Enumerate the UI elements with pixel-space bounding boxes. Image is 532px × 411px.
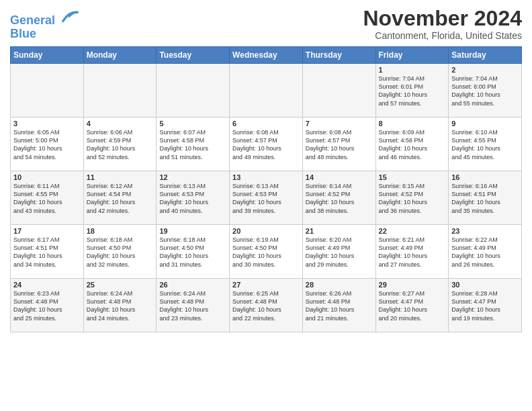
- day-info: Sunrise: 6:28 AM Sunset: 4:47 PM Dayligh…: [451, 289, 519, 322]
- calendar-body: 1Sunrise: 7:04 AM Sunset: 6:01 PM Daylig…: [11, 64, 522, 332]
- day-info: Sunrise: 6:16 AM Sunset: 4:51 PM Dayligh…: [451, 182, 519, 215]
- day-number: 4: [87, 120, 154, 128]
- day-info: Sunrise: 6:08 AM Sunset: 4:57 PM Dayligh…: [232, 128, 300, 161]
- calendar-cell-3-3: 20Sunrise: 6:19 AM Sunset: 4:50 PM Dayli…: [230, 225, 303, 279]
- page-container: General Blue November 2024 Cantonment, F…: [0, 0, 532, 339]
- calendar-cell-0-1: [83, 64, 157, 118]
- day-number: 26: [159, 281, 226, 289]
- day-number: 12: [159, 173, 226, 181]
- day-number: 18: [87, 227, 154, 235]
- logo-blue-text: Blue: [10, 28, 79, 41]
- day-number: 5: [159, 120, 226, 128]
- day-info: Sunrise: 6:11 AM Sunset: 4:55 PM Dayligh…: [13, 182, 81, 215]
- day-number: 28: [306, 281, 373, 289]
- day-info: Sunrise: 6:20 AM Sunset: 4:49 PM Dayligh…: [306, 236, 373, 269]
- day-number: 3: [13, 120, 81, 128]
- day-info: Sunrise: 7:04 AM Sunset: 6:01 PM Dayligh…: [379, 75, 446, 107]
- weekday-header-row: SundayMondayTuesdayWednesdayThursdayFrid…: [11, 47, 522, 64]
- calendar-cell-2-0: 10Sunrise: 6:11 AM Sunset: 4:55 PM Dayli…: [11, 171, 84, 225]
- calendar-cell-4-5: 29Sunrise: 6:27 AM Sunset: 4:47 PM Dayli…: [375, 279, 449, 332]
- calendar-cell-0-0: [11, 64, 84, 118]
- day-number: 17: [13, 227, 81, 235]
- calendar-cell-3-2: 19Sunrise: 6:18 AM Sunset: 4:50 PM Dayli…: [157, 225, 230, 279]
- title-block: November 2024 Cantonment, Florida, Unite…: [363, 7, 522, 41]
- day-number: 10: [13, 173, 81, 181]
- day-info: Sunrise: 6:09 AM Sunset: 4:56 PM Dayligh…: [379, 128, 446, 161]
- calendar-week-row-4: 24Sunrise: 6:23 AM Sunset: 4:48 PM Dayli…: [11, 279, 522, 332]
- day-number: 21: [306, 227, 373, 235]
- day-info: Sunrise: 6:22 AM Sunset: 4:49 PM Dayligh…: [451, 236, 519, 269]
- calendar-cell-4-2: 26Sunrise: 6:24 AM Sunset: 4:48 PM Dayli…: [157, 279, 230, 332]
- calendar-week-row-2: 10Sunrise: 6:11 AM Sunset: 4:55 PM Dayli…: [11, 171, 522, 225]
- day-number: 29: [379, 281, 446, 289]
- calendar-cell-4-3: 27Sunrise: 6:25 AM Sunset: 4:48 PM Dayli…: [230, 279, 303, 332]
- day-number: 19: [159, 227, 226, 235]
- calendar-cell-4-1: 25Sunrise: 6:24 AM Sunset: 4:48 PM Dayli…: [83, 279, 157, 332]
- day-info: Sunrise: 6:17 AM Sunset: 4:51 PM Dayligh…: [13, 236, 81, 269]
- logo-text: General: [10, 9, 79, 28]
- day-info: Sunrise: 6:05 AM Sunset: 5:00 PM Dayligh…: [13, 128, 81, 161]
- day-info: Sunrise: 6:08 AM Sunset: 4:57 PM Dayligh…: [306, 128, 373, 161]
- day-number: 11: [87, 173, 154, 181]
- weekday-header-saturday: Saturday: [449, 47, 522, 64]
- day-info: Sunrise: 7:04 AM Sunset: 6:00 PM Dayligh…: [451, 75, 519, 107]
- day-info: Sunrise: 6:24 AM Sunset: 4:48 PM Dayligh…: [159, 289, 226, 322]
- day-number: 6: [232, 120, 300, 128]
- logo-icon: [60, 9, 79, 24]
- day-number: 14: [306, 173, 373, 181]
- day-info: Sunrise: 6:10 AM Sunset: 4:55 PM Dayligh…: [451, 128, 519, 161]
- calendar-cell-1-3: 6Sunrise: 6:08 AM Sunset: 4:57 PM Daylig…: [230, 118, 303, 171]
- calendar-cell-3-6: 23Sunrise: 6:22 AM Sunset: 4:49 PM Dayli…: [449, 225, 522, 279]
- calendar-week-row-3: 17Sunrise: 6:17 AM Sunset: 4:51 PM Dayli…: [11, 225, 522, 279]
- calendar-cell-3-0: 17Sunrise: 6:17 AM Sunset: 4:51 PM Dayli…: [11, 225, 84, 279]
- day-number: 20: [232, 227, 300, 235]
- calendar-cell-0-4: [302, 64, 375, 118]
- weekday-header-sunday: Sunday: [11, 47, 84, 64]
- calendar-cell-1-4: 7Sunrise: 6:08 AM Sunset: 4:57 PM Daylig…: [302, 118, 375, 171]
- calendar-cell-0-5: 1Sunrise: 7:04 AM Sunset: 6:01 PM Daylig…: [375, 64, 449, 118]
- day-info: Sunrise: 6:25 AM Sunset: 4:48 PM Dayligh…: [232, 289, 300, 322]
- calendar-cell-2-4: 14Sunrise: 6:14 AM Sunset: 4:52 PM Dayli…: [302, 171, 375, 225]
- month-title: November 2024: [363, 7, 522, 30]
- weekday-header-wednesday: Wednesday: [230, 47, 303, 64]
- day-number: 9: [451, 120, 519, 128]
- calendar-week-row-1: 3Sunrise: 6:05 AM Sunset: 5:00 PM Daylig…: [11, 118, 522, 171]
- day-info: Sunrise: 6:13 AM Sunset: 4:53 PM Dayligh…: [159, 182, 226, 215]
- day-info: Sunrise: 6:18 AM Sunset: 4:50 PM Dayligh…: [159, 236, 226, 269]
- day-info: Sunrise: 6:23 AM Sunset: 4:48 PM Dayligh…: [13, 289, 81, 322]
- day-info: Sunrise: 6:21 AM Sunset: 4:49 PM Dayligh…: [379, 236, 446, 269]
- day-number: 2: [451, 66, 519, 74]
- calendar-cell-1-0: 3Sunrise: 6:05 AM Sunset: 5:00 PM Daylig…: [11, 118, 84, 171]
- day-info: Sunrise: 6:14 AM Sunset: 4:52 PM Dayligh…: [306, 182, 373, 215]
- calendar-cell-0-2: [157, 64, 230, 118]
- calendar-cell-3-5: 22Sunrise: 6:21 AM Sunset: 4:49 PM Dayli…: [375, 225, 449, 279]
- calendar-cell-1-1: 4Sunrise: 6:06 AM Sunset: 4:59 PM Daylig…: [83, 118, 157, 171]
- day-info: Sunrise: 6:12 AM Sunset: 4:54 PM Dayligh…: [87, 182, 154, 215]
- day-number: 13: [232, 173, 300, 181]
- day-number: 1: [379, 66, 446, 74]
- day-number: 22: [379, 227, 446, 235]
- calendar-cell-1-6: 9Sunrise: 6:10 AM Sunset: 4:55 PM Daylig…: [449, 118, 522, 171]
- day-info: Sunrise: 6:15 AM Sunset: 4:52 PM Dayligh…: [379, 182, 446, 215]
- weekday-header-monday: Monday: [83, 47, 157, 64]
- day-info: Sunrise: 6:27 AM Sunset: 4:47 PM Dayligh…: [379, 289, 446, 322]
- day-info: Sunrise: 6:26 AM Sunset: 4:48 PM Dayligh…: [306, 289, 373, 322]
- weekday-header-thursday: Thursday: [302, 47, 375, 64]
- page-header: General Blue November 2024 Cantonment, F…: [10, 7, 522, 41]
- location-subtitle: Cantonment, Florida, United States: [363, 30, 522, 41]
- day-number: 23: [451, 227, 519, 235]
- day-number: 27: [232, 281, 300, 289]
- calendar-cell-1-2: 5Sunrise: 6:07 AM Sunset: 4:58 PM Daylig…: [157, 118, 230, 171]
- calendar-week-row-0: 1Sunrise: 7:04 AM Sunset: 6:01 PM Daylig…: [11, 64, 522, 118]
- calendar-header: SundayMondayTuesdayWednesdayThursdayFrid…: [11, 47, 522, 64]
- calendar-table: SundayMondayTuesdayWednesdayThursdayFrid…: [10, 46, 522, 332]
- day-info: Sunrise: 6:07 AM Sunset: 4:58 PM Dayligh…: [159, 128, 226, 161]
- calendar-cell-2-5: 15Sunrise: 6:15 AM Sunset: 4:52 PM Dayli…: [375, 171, 449, 225]
- day-number: 25: [87, 281, 154, 289]
- calendar-cell-2-1: 11Sunrise: 6:12 AM Sunset: 4:54 PM Dayli…: [83, 171, 157, 225]
- day-number: 8: [379, 120, 446, 128]
- day-info: Sunrise: 6:13 AM Sunset: 4:53 PM Dayligh…: [232, 182, 300, 215]
- calendar-cell-2-6: 16Sunrise: 6:16 AM Sunset: 4:51 PM Dayli…: [449, 171, 522, 225]
- calendar-cell-4-4: 28Sunrise: 6:26 AM Sunset: 4:48 PM Dayli…: [302, 279, 375, 332]
- weekday-header-friday: Friday: [375, 47, 449, 64]
